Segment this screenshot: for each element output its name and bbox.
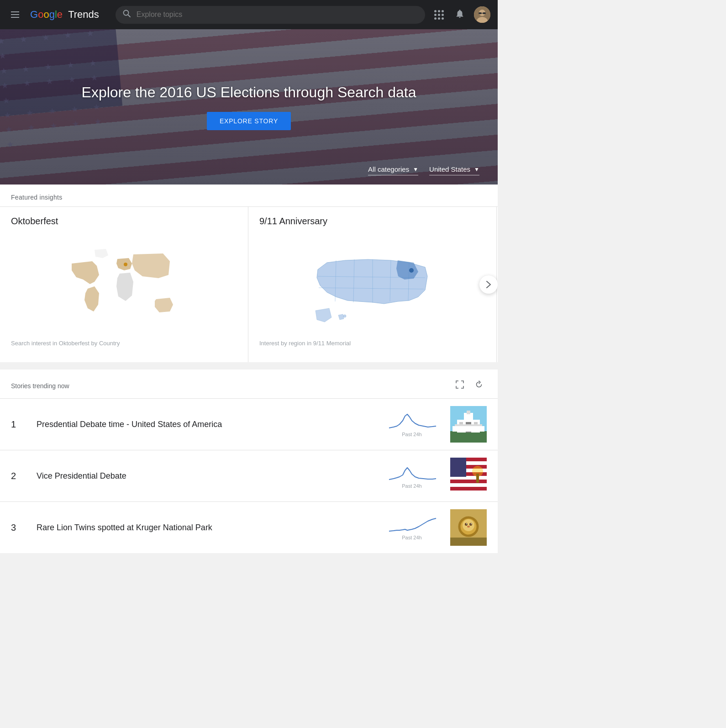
svg-rect-1 — [11, 14, 19, 15]
scroll-right-button[interactable] — [479, 275, 498, 294]
svg-point-49 — [463, 519, 474, 531]
svg-rect-9 — [483, 12, 486, 14]
oktoberfest-map — [11, 234, 237, 334]
svg-rect-30 — [452, 426, 484, 432]
fullscreen-button[interactable] — [452, 379, 468, 393]
notification-icon[interactable] — [453, 7, 467, 23]
insight-card-oktoberfest[interactable]: Oktoberfest — [0, 207, 248, 362]
svg-rect-40 — [450, 480, 487, 483]
category-filter[interactable]: All categories ▼ — [368, 165, 418, 175]
svg-point-3 — [123, 10, 128, 15]
svg-rect-29 — [455, 424, 482, 426]
trend-rank-1: 1 — [11, 419, 26, 430]
notification-button[interactable] — [453, 7, 467, 23]
svg-point-52 — [466, 523, 467, 524]
header: Google Trends — [0, 0, 498, 29]
refresh-button[interactable] — [471, 379, 487, 393]
us-map — [259, 234, 485, 334]
apps-button[interactable] — [432, 8, 446, 21]
svg-point-22 — [343, 315, 346, 317]
apps-grid-icon — [434, 10, 444, 20]
svg-point-53 — [471, 523, 472, 524]
trend-chart-3: Past 24h — [384, 514, 439, 541]
svg-rect-32 — [467, 411, 470, 414]
trending-item-2[interactable]: 2 Vice Presidential Debate Past 24h — [0, 450, 498, 501]
insight-title-911: 9/11 Anniversary — [259, 216, 485, 227]
oktoberfest-caption: Search interest in Oktoberfest by Countr… — [11, 340, 237, 347]
svg-point-12 — [124, 263, 127, 266]
search-bar[interactable] — [116, 6, 425, 24]
trend-name-1: Presdential Debate time - United States … — [37, 420, 374, 429]
svg-point-51 — [469, 523, 472, 526]
avatar-image — [474, 6, 490, 23]
trending-section: Stories trending now 1 Presdential Debat… — [0, 369, 498, 553]
911-caption: Interest by region in 9/11 Memorial — [259, 340, 485, 347]
region-filter[interactable]: United States ▼ — [429, 165, 479, 175]
svg-rect-2 — [11, 17, 19, 18]
svg-line-4 — [128, 15, 130, 17]
svg-rect-24 — [450, 431, 487, 443]
us-map-svg — [309, 242, 437, 327]
hero-content: Explore the 2016 US Elections through Se… — [73, 75, 426, 139]
trend-name-3: Rare Lion Twins spotted at Kruger Nation… — [37, 523, 374, 533]
svg-rect-56 — [450, 538, 487, 546]
trend-chart-2: Past 24h — [384, 462, 439, 490]
region-filter-label: United States — [429, 165, 470, 173]
svg-rect-43 — [450, 491, 487, 494]
insights-cards-container: Oktoberfest — [0, 206, 498, 362]
svg-point-21 — [409, 268, 414, 273]
trend-image-3 — [450, 509, 487, 546]
region-dropdown-arrow: ▼ — [474, 166, 479, 173]
avatar[interactable] — [474, 6, 490, 23]
trending-actions — [452, 379, 487, 393]
trend-chart-label-2: Past 24h — [402, 483, 421, 489]
trend-image-1 — [450, 406, 487, 443]
trending-item-3[interactable]: 3 Rare Lion Twins spotted at Kruger Nati… — [0, 501, 498, 553]
logo: Google Trends — [30, 9, 99, 21]
svg-point-50 — [465, 523, 468, 526]
svg-point-54 — [467, 526, 470, 528]
header-actions — [432, 6, 490, 23]
hero-title: Explore the 2016 US Elections through Se… — [82, 84, 416, 101]
trend-chart-label-3: Past 24h — [402, 535, 421, 540]
featured-insights-section: Featured insights Oktoberfest — [0, 185, 498, 362]
svg-rect-46 — [476, 474, 479, 483]
featured-insights-header: Featured insights — [0, 185, 498, 206]
svg-rect-42 — [450, 487, 487, 491]
trend-chart-label-1: Past 24h — [402, 432, 421, 437]
svg-rect-8 — [479, 12, 482, 14]
trend-image-2 — [450, 458, 487, 494]
trend-rank-2: 2 — [11, 471, 26, 481]
hamburger-button[interactable] — [7, 6, 23, 24]
svg-rect-44 — [450, 458, 466, 477]
trending-item-1[interactable]: 1 Presdential Debate time - United State… — [0, 398, 498, 450]
explore-story-button[interactable]: EXPLORE STORY — [207, 112, 291, 130]
trend-name-2: Vice Presidential Debate — [37, 471, 374, 481]
world-map-svg — [58, 241, 190, 327]
hero-filters: All categories ▼ United States ▼ — [368, 165, 479, 175]
trend-rank-3: 3 — [11, 522, 26, 533]
search-icon — [123, 10, 131, 20]
category-filter-label: All categories — [368, 165, 409, 173]
trending-title: Stories trending now — [11, 382, 69, 390]
svg-rect-0 — [11, 11, 19, 12]
hero-section: ★ ★ ★ ★ ★ ★★ ★ ★ ★ ★★ ★ ★ ★ ★ ★★ ★ ★ ★ ★… — [0, 29, 498, 185]
logo-text: Google Trends — [30, 9, 99, 21]
insight-title-oktoberfest: Oktoberfest — [11, 216, 237, 227]
insight-card-911[interactable]: 9/11 Anniversary — [248, 207, 497, 362]
trend-chart-1: Past 24h — [384, 411, 439, 438]
search-input[interactable] — [137, 11, 418, 19]
trending-header: Stories trending now — [0, 369, 498, 398]
category-dropdown-arrow: ▼ — [413, 166, 418, 173]
svg-rect-41 — [450, 483, 487, 487]
